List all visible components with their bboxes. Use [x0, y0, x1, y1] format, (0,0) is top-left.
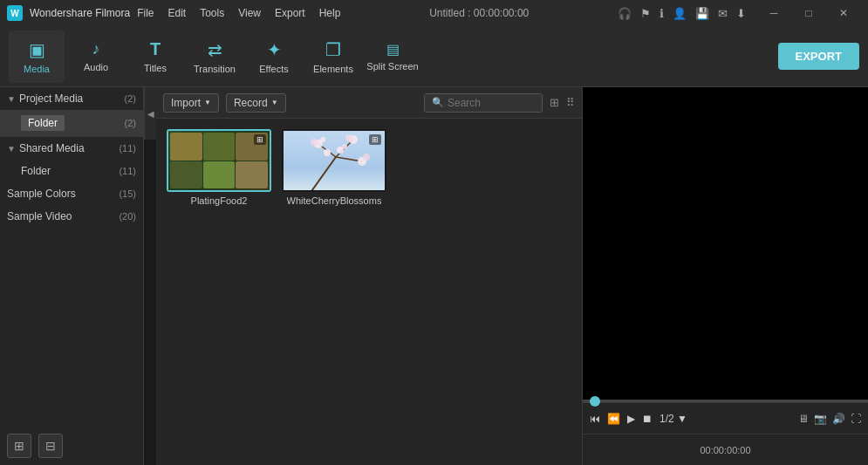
- step-back-button[interactable]: ⏮: [590, 413, 600, 425]
- import-button[interactable]: Import ▼: [163, 93, 219, 113]
- svg-point-9: [320, 137, 325, 142]
- record-arrow-icon: ▼: [271, 99, 278, 106]
- sample-video-row[interactable]: Sample Video (20): [0, 205, 143, 228]
- folder-left: Folder: [21, 115, 65, 131]
- shared-media-arrow: ▼: [7, 144, 16, 154]
- headphone-icon[interactable]: 🎧: [618, 7, 632, 20]
- play-button[interactable]: ▶: [627, 413, 635, 425]
- project-media-row[interactable]: ▼ Project Media (2): [0, 87, 143, 110]
- preview-time-display: 00:00:00:00: [700, 445, 750, 455]
- menu-file[interactable]: File: [137, 7, 154, 19]
- food-thumbnail[interactable]: ⊞: [167, 129, 271, 192]
- effects-label: Effects: [259, 64, 288, 74]
- search-box[interactable]: 🔍: [424, 93, 543, 113]
- scale-selector[interactable]: 1/2 ▼: [660, 413, 687, 425]
- minimize-button[interactable]: ─: [756, 0, 791, 26]
- collapse-panel-button[interactable]: ◀: [144, 87, 156, 140]
- food-cell-6: [236, 161, 268, 189]
- tool-media[interactable]: ▣ Media: [9, 31, 65, 83]
- fullscreen-icon[interactable]: ⛶: [851, 413, 861, 425]
- food-cell-1: [170, 133, 202, 161]
- split-screen-label: Split Screen: [366, 61, 418, 72]
- tool-transition[interactable]: ⇄ Transition: [187, 31, 243, 83]
- titles-icon: T: [150, 39, 161, 59]
- split-screen-icon: ▤: [386, 41, 400, 58]
- flag-icon[interactable]: ⚑: [640, 7, 651, 20]
- tool-elements[interactable]: ❐ Elements: [305, 31, 361, 83]
- add-folder-button[interactable]: ⊞: [7, 434, 31, 458]
- panel-bottom: ⊞ ⊟: [0, 427, 143, 465]
- filter-icon[interactable]: ⊞: [550, 96, 559, 109]
- preview-progress-handle[interactable]: [590, 396, 600, 407]
- close-button[interactable]: ✕: [826, 0, 861, 26]
- titles-label: Titles: [144, 63, 167, 73]
- project-media-label: Project Media: [19, 92, 83, 105]
- menu-export[interactable]: Export: [275, 7, 305, 19]
- menu-view[interactable]: View: [238, 7, 261, 19]
- camera-icon[interactable]: 📷: [814, 413, 827, 425]
- project-media-count: (2): [125, 93, 136, 104]
- sample-video-count: (20): [119, 211, 136, 222]
- main-area: ▼ Project Media (2) Folder (2) ▼ Shared …: [0, 87, 868, 465]
- record-button[interactable]: Record ▼: [226, 93, 286, 113]
- panel-spacer: [0, 228, 143, 427]
- tool-effects[interactable]: ✦ Effects: [246, 31, 302, 83]
- svg-point-12: [324, 149, 331, 156]
- food-cell-4: [170, 161, 202, 189]
- stop-button[interactable]: ⏹: [642, 413, 653, 425]
- remove-folder-button[interactable]: ⊟: [38, 434, 63, 458]
- elements-label: Elements: [313, 64, 353, 74]
- import-arrow-icon: ▼: [204, 99, 211, 106]
- grid-icon[interactable]: ⠿: [566, 96, 575, 109]
- tool-titles[interactable]: T Titles: [127, 31, 183, 83]
- preview-progress-bar[interactable]: [583, 400, 868, 402]
- transition-label: Transition: [194, 64, 236, 74]
- folder-row[interactable]: Folder (2): [0, 110, 143, 136]
- menu-help[interactable]: Help: [319, 7, 341, 19]
- cherry-thumbnail[interactable]: ⊞: [282, 129, 386, 192]
- folder-count: (2): [125, 118, 136, 128]
- media-grid: ⊞ PlatingFood2: [156, 119, 582, 216]
- elements-icon: ❐: [325, 39, 341, 60]
- maximize-button[interactable]: □: [791, 0, 826, 26]
- person-icon[interactable]: 👤: [673, 7, 687, 20]
- sample-colors-left: Sample Colors: [7, 188, 76, 200]
- shared-folder-label: Folder: [21, 165, 51, 177]
- svg-point-6: [345, 134, 352, 141]
- export-button[interactable]: EXPORT: [778, 43, 859, 70]
- menu-tools[interactable]: Tools: [200, 7, 224, 19]
- display-icon[interactable]: 🖥: [798, 413, 809, 425]
- media-item-cherry[interactable]: ⊞ WhiteCherryBlossoms: [282, 129, 386, 206]
- search-icon: 🔍: [432, 97, 444, 108]
- title-bar-icons: 🎧 ⚑ ℹ 👤 💾 ✉ ⬇: [618, 7, 746, 20]
- collapse-arrow-icon: ◀: [147, 109, 154, 119]
- sample-video-label: Sample Video: [7, 210, 72, 222]
- tool-audio[interactable]: ♪ Audio: [68, 31, 124, 83]
- mail-icon[interactable]: ✉: [718, 7, 728, 20]
- app-title: Untitled : 00:00:00:00: [429, 7, 529, 19]
- download-icon[interactable]: ⬇: [736, 7, 746, 20]
- preview-progress-track: [583, 400, 868, 402]
- tool-split-screen[interactable]: ▤ Split Screen: [365, 31, 420, 83]
- info-icon[interactable]: ℹ: [660, 7, 664, 20]
- playback-buttons: ⏮ ⏪ ▶ ⏹ 1/2 ▼: [590, 413, 687, 425]
- sample-video-left: Sample Video: [7, 210, 72, 222]
- transition-icon: ⇄: [208, 39, 222, 60]
- import-label: Import: [171, 97, 201, 109]
- effects-icon: ✦: [267, 39, 282, 60]
- title-bar-left: W Wondershare Filmora File Edit Tools Vi…: [7, 5, 340, 21]
- search-input[interactable]: [448, 97, 535, 109]
- media-icon: ▣: [29, 39, 45, 60]
- volume-icon[interactable]: 🔊: [832, 413, 845, 425]
- shared-folder-row[interactable]: Folder (11): [0, 160, 143, 182]
- rewind-button[interactable]: ⏪: [607, 413, 620, 425]
- app-logo: W: [7, 5, 23, 21]
- window-controls: ─ □ ✕: [756, 0, 861, 26]
- sample-colors-row[interactable]: Sample Colors (15): [0, 182, 143, 205]
- menu-edit[interactable]: Edit: [168, 7, 187, 19]
- record-label: Record: [234, 97, 268, 109]
- media-item-food[interactable]: ⊞ PlatingFood2: [167, 129, 271, 206]
- shared-media-row[interactable]: ▼ Shared Media (11): [0, 137, 143, 160]
- shared-folder-count: (11): [119, 166, 136, 176]
- save-icon[interactable]: 💾: [695, 7, 709, 20]
